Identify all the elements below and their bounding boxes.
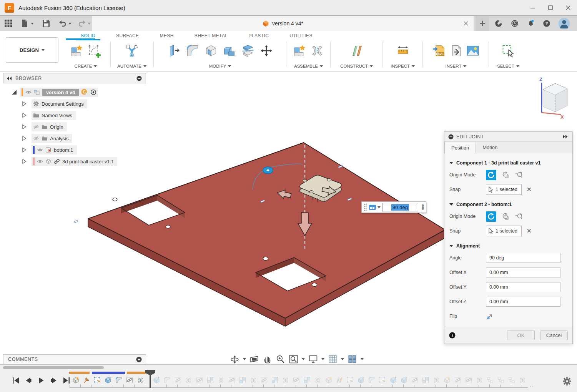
timeline-item-pattern[interactable] (237, 375, 248, 385)
component2-section-header[interactable]: Component 2 - bottom:1 (449, 202, 567, 207)
visibility-eye-icon[interactable] (25, 89, 32, 95)
insert-derive-icon[interactable] (449, 44, 463, 58)
component1-section-header[interactable]: Component 1 - 3d print ball caster v1 (449, 160, 567, 166)
group-label-automate[interactable]: AUTOMATE (117, 62, 146, 70)
display-settings-icon[interactable] (308, 354, 318, 364)
timeline-item-pin[interactable] (81, 375, 92, 385)
assemble-new-component-icon[interactable] (293, 44, 307, 58)
orbit-icon[interactable] (230, 354, 239, 364)
origin-mode-between-components-button[interactable] (514, 211, 524, 222)
caret-down-icon[interactable] (377, 206, 381, 208)
browser-row-bottom[interactable]: bottom:1 (3, 145, 146, 154)
file-menu-icon[interactable] (20, 19, 29, 28)
timeline-item-link[interactable] (259, 375, 269, 385)
browser-row-analysis[interactable]: Analysis (3, 134, 146, 143)
browser-row-named-views[interactable]: Named Views (3, 111, 146, 120)
go-to-start-button[interactable] (12, 376, 20, 385)
collapsed-arrow-icon[interactable] (22, 136, 27, 141)
visibility-eye-icon[interactable] (37, 147, 43, 153)
app-grid-icon[interactable] (4, 19, 13, 28)
viewports-icon[interactable] (348, 354, 357, 364)
browser-root-label[interactable]: version 4 v4 (42, 89, 79, 96)
canvas-icon[interactable] (466, 44, 480, 58)
browser-item-label[interactable]: Document Settings (42, 101, 84, 107)
caret-down-icon[interactable] (243, 358, 246, 360)
timeline-item-joint[interactable] (474, 375, 485, 385)
new-tab-button[interactable] (476, 16, 489, 31)
save-icon[interactable] (42, 19, 51, 28)
offset-y-input[interactable] (486, 282, 560, 292)
browser-row-root[interactable]: version 4 v4 C (3, 88, 146, 97)
collapsed-arrow-icon[interactable] (22, 147, 27, 153)
caret-down-icon[interactable] (321, 358, 324, 360)
timeline-item-link[interactable] (226, 375, 237, 385)
timeline-item-joint[interactable] (183, 375, 194, 385)
timeline-item-joint[interactable] (216, 375, 226, 385)
tab-motion[interactable]: Motion (476, 141, 504, 153)
timeline-item-sketch[interactable] (345, 375, 356, 385)
new-component-icon[interactable] (70, 44, 84, 58)
undo-caret-icon[interactable] (68, 23, 72, 25)
go-to-end-button[interactable] (62, 376, 71, 385)
timeline-item-link[interactable] (173, 375, 183, 385)
timeline-item-component[interactable] (323, 375, 334, 385)
combine-icon[interactable] (223, 44, 236, 58)
timeline-item-link[interactable] (124, 375, 135, 385)
timeline-item-fillet[interactable] (113, 375, 124, 385)
file-menu-caret-icon[interactable] (31, 23, 34, 25)
timeline-item-component[interactable] (442, 375, 452, 385)
timeline-group-bar-orange[interactable] (69, 372, 90, 374)
timeline-item-ground[interactable] (496, 375, 506, 385)
timeline-item-joint[interactable] (280, 375, 291, 385)
timeline-item-extrude[interactable] (388, 375, 399, 385)
caret-down-icon[interactable] (302, 358, 305, 360)
collapsed-arrow-icon[interactable] (22, 113, 27, 118)
construct-plane-icon[interactable] (350, 44, 364, 58)
activate-radio-icon[interactable] (90, 89, 96, 95)
dialog-minus-icon[interactable] (448, 134, 454, 140)
origin-mode-between-faces-button[interactable] (500, 211, 510, 222)
shell-icon[interactable] (204, 44, 218, 58)
collapsed-arrow-icon[interactable] (22, 124, 27, 130)
notifications-bell-icon[interactable] (527, 19, 535, 28)
grid-settings-icon[interactable] (328, 354, 338, 364)
timeline-item-extrude[interactable] (399, 375, 409, 385)
offset-z-input[interactable] (486, 297, 560, 307)
clear-selection-x-icon[interactable]: ✕ (527, 228, 532, 234)
dialog-header[interactable]: EDIT JOINT (444, 132, 572, 142)
visibility-off-eye-icon[interactable] (33, 135, 39, 141)
origin-mode-simple-button[interactable] (486, 211, 496, 222)
maximize-button[interactable] (542, 0, 559, 15)
browser-item-label[interactable]: Named Views (42, 113, 72, 118)
group-label-select[interactable]: SELECT (497, 62, 519, 70)
timeline-item-pattern[interactable] (205, 375, 216, 385)
origin-mode-between-components-button[interactable] (514, 170, 524, 180)
timeline-group-bar-blue[interactable] (92, 372, 125, 374)
close-button[interactable] (559, 0, 577, 15)
timeline-item-ground[interactable] (485, 375, 496, 385)
expanded-arrow-icon[interactable] (12, 90, 17, 95)
press-pull-icon[interactable] (167, 44, 181, 58)
more-options-icon[interactable]: ●●● (421, 204, 424, 210)
origin-mode-between-faces-button[interactable] (500, 170, 510, 180)
info-icon[interactable]: i (449, 332, 456, 339)
insert-svg-icon[interactable]: SVG (432, 44, 446, 58)
browser-row-document-settings[interactable]: Document Settings (3, 99, 146, 108)
caret-down-icon[interactable] (361, 358, 364, 360)
timeline-item-link[interactable] (452, 375, 463, 385)
drag-handle[interactable] (363, 203, 367, 211)
split-body-icon[interactable] (241, 44, 255, 58)
group-label-inspect[interactable]: INSPECT (391, 62, 415, 70)
timeline-group-bar-orange[interactable] (127, 372, 146, 374)
group-label-assemble[interactable]: ASSEMBLE (294, 62, 323, 70)
play-button[interactable] (37, 376, 45, 385)
fillet-icon[interactable] (186, 44, 200, 58)
component2-snap-button[interactable]: 1 selected (486, 226, 522, 236)
timeline-item-sketch[interactable] (377, 375, 388, 385)
fit-view-icon[interactable] (289, 354, 298, 364)
origin-mode-simple-button[interactable] (486, 170, 496, 180)
caret-down-icon[interactable] (341, 358, 344, 360)
zoom-icon[interactable] (276, 354, 285, 364)
browser-row-origin[interactable]: Origin (3, 122, 146, 131)
offset-x-input[interactable] (486, 267, 560, 277)
